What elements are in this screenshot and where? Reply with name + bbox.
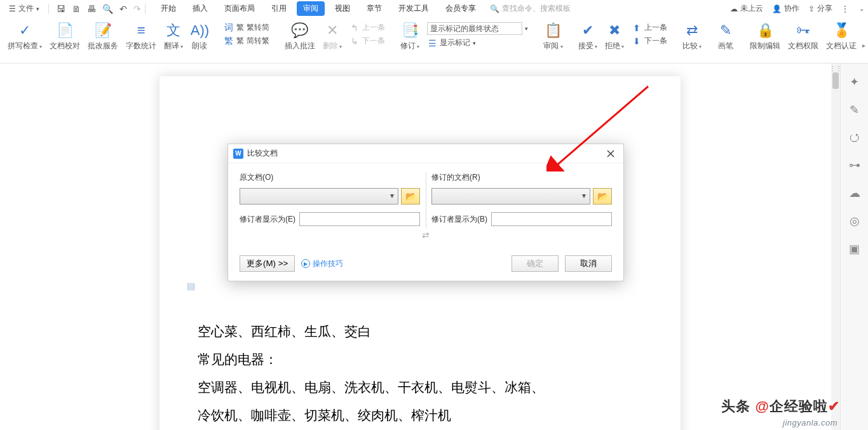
share-icon: ⇪	[808, 4, 815, 13]
accept-label: 接受	[578, 41, 597, 51]
hamburger-icon: ☰	[9, 4, 16, 13]
right-sidebar: ✦ ✎ ⭯ ⊶ ☁ ◎ ▣	[840, 64, 868, 430]
correction-button[interactable]: 📝批改服务	[84, 20, 122, 53]
prev-comment[interactable]: ↰上一条	[347, 22, 388, 34]
translate-icon: 文	[165, 22, 182, 39]
save-as-icon[interactable]: 🗎	[72, 4, 81, 14]
tab-start[interactable]: 开始	[154, 1, 182, 16]
dialog-titlebar[interactable]: W 比较文档	[228, 144, 623, 163]
tips-link[interactable]: ▶操作技巧	[301, 259, 343, 269]
sidebar-cloud-icon[interactable]: ☁	[849, 186, 860, 200]
file-menu[interactable]: ☰ 文件 ▾	[4, 2, 44, 15]
wordcount-button[interactable]: ≡字数统计	[122, 20, 160, 53]
sidebar-settings-icon[interactable]: ⊶	[849, 158, 860, 172]
restrict-edit[interactable]: 🔒限制编辑	[746, 20, 784, 53]
tab-view[interactable]: 视图	[329, 1, 356, 16]
next-change[interactable]: ⬇下一条	[629, 35, 670, 47]
pen-button[interactable]: ✎画笔	[713, 20, 738, 53]
watermark-main: 头条 @企经验啦✔	[721, 397, 840, 416]
more-options-button[interactable]: 更多(M) >>	[240, 255, 295, 272]
close-button[interactable]	[603, 146, 618, 161]
delete-icon: ✕	[323, 22, 341, 39]
sidebar-select-icon[interactable]: ⭯	[849, 131, 860, 144]
review-pane[interactable]: 📋审阅	[539, 20, 566, 53]
editor-b-input[interactable]	[491, 212, 612, 226]
trad-label1: 繁 繁转简	[236, 22, 269, 33]
sidebar-help-icon[interactable]: ◎	[850, 214, 860, 228]
reject-change[interactable]: ✖拒绝	[601, 20, 628, 53]
revised-doc-browse[interactable]: 📂	[593, 188, 612, 205]
redo-icon[interactable]: ↷	[133, 4, 141, 14]
next-change-label: 下一条	[644, 36, 667, 46]
tab-reference[interactable]: 引用	[265, 1, 293, 16]
user-icon: 👤	[772, 4, 782, 13]
correction-icon: 📝	[94, 22, 112, 39]
tab-devtools[interactable]: 开发工具	[392, 1, 435, 16]
delete-comment[interactable]: ✕删除	[319, 20, 346, 53]
display-mode-value: 显示标记的最终状态	[427, 22, 522, 35]
simp-to-trad[interactable]: 繁繁 简转繁	[221, 35, 271, 47]
doc-permission[interactable]: 🗝文档权限	[784, 20, 822, 53]
trad-to-simp[interactable]: 词繁 繁转简	[221, 22, 271, 34]
tab-member[interactable]: 会员专享	[439, 1, 482, 16]
command-search[interactable]: 🔍 查找命令、搜索模板	[490, 3, 571, 14]
separator	[48, 4, 49, 14]
print-icon[interactable]: 🖶	[87, 4, 96, 14]
review-label: 审阅	[543, 41, 562, 51]
cloud-status[interactable]: ☁未上云	[730, 3, 763, 14]
editor-e-label: 修订者显示为(E)	[240, 214, 295, 225]
spellcheck-label: 拼写检查	[8, 41, 42, 51]
doc-auth[interactable]: 🏅文档认证	[822, 20, 860, 53]
watermark-url: jingyanla.com	[783, 418, 837, 427]
next-comment[interactable]: ↳下一条	[347, 35, 388, 47]
doc-line: 空心菜、西红柿、生瓜、茭白	[198, 318, 642, 346]
translate-button[interactable]: 文翻译	[160, 20, 187, 53]
undo-icon[interactable]: ↶	[119, 4, 127, 14]
show-markup[interactable]: ☰显示标记▾	[424, 37, 531, 49]
scroll-thumb[interactable]	[832, 72, 839, 89]
compare-icon: ⇄	[683, 22, 701, 39]
cancel-button[interactable]: 取消	[565, 255, 612, 272]
editor-e-input[interactable]	[299, 212, 420, 226]
swap-icon[interactable]: ⇄	[240, 226, 612, 244]
readaloud-button[interactable]: A))朗读	[187, 20, 212, 53]
proofread-button[interactable]: 📄文档校对	[46, 20, 84, 53]
expand-down-icon[interactable]: ⌄	[859, 5, 864, 12]
wordcount-icon: ≡	[132, 22, 150, 39]
sidebar-ai-icon[interactable]: ✦	[850, 75, 859, 89]
cloud-icon: ☁	[730, 4, 738, 13]
accept-change[interactable]: ✔接受	[574, 20, 601, 53]
gutter-tab-icon: ▤	[187, 281, 198, 292]
ribbon-collapse[interactable]: ▸	[862, 42, 865, 49]
comment-icon: 💬	[291, 22, 309, 39]
prev-change[interactable]: ⬆上一条	[629, 22, 670, 34]
original-doc-browse[interactable]: 📂	[401, 188, 420, 205]
next-comment-label: 下一条	[362, 36, 385, 46]
spellcheck-icon: ✓	[16, 22, 34, 39]
original-doc-combo[interactable]	[240, 188, 398, 205]
collab-button[interactable]: 👤协作	[772, 3, 799, 14]
tab-chapter[interactable]: 章节	[360, 1, 388, 16]
tab-layout[interactable]: 页面布局	[218, 1, 261, 16]
spellcheck-button[interactable]: ✓拼写检查	[4, 20, 46, 53]
more-menu[interactable]: ⋮	[841, 4, 850, 13]
delete-comment-label: 删除	[323, 41, 342, 51]
revised-doc-combo[interactable]	[431, 188, 590, 205]
track-icon: 📑	[401, 22, 419, 39]
compare-button[interactable]: ⇄比较	[679, 20, 705, 53]
wm-at: @	[756, 398, 770, 414]
translate-label: 翻译	[164, 41, 183, 51]
sidebar-page-icon[interactable]: ▣	[849, 242, 860, 256]
display-mode-combo[interactable]: 显示标记的最终状态▾	[424, 22, 531, 36]
search-icon: 🔍	[490, 4, 499, 13]
vertical-scrollbar[interactable]: ⋮⋮	[831, 64, 840, 430]
save-icon[interactable]: 🖫	[57, 4, 65, 14]
share-button[interactable]: ⇪分享	[808, 3, 832, 14]
track-changes[interactable]: 📑修订	[397, 20, 423, 53]
tab-review[interactable]: 审阅	[297, 1, 325, 16]
sidebar-pen-icon[interactable]: ✎	[850, 103, 859, 117]
insert-comment[interactable]: 💬插入批注	[281, 20, 319, 53]
tab-insert[interactable]: 插入	[186, 1, 214, 16]
print-preview-icon[interactable]: 🔍	[102, 4, 113, 14]
track-label: 修订	[400, 41, 419, 51]
